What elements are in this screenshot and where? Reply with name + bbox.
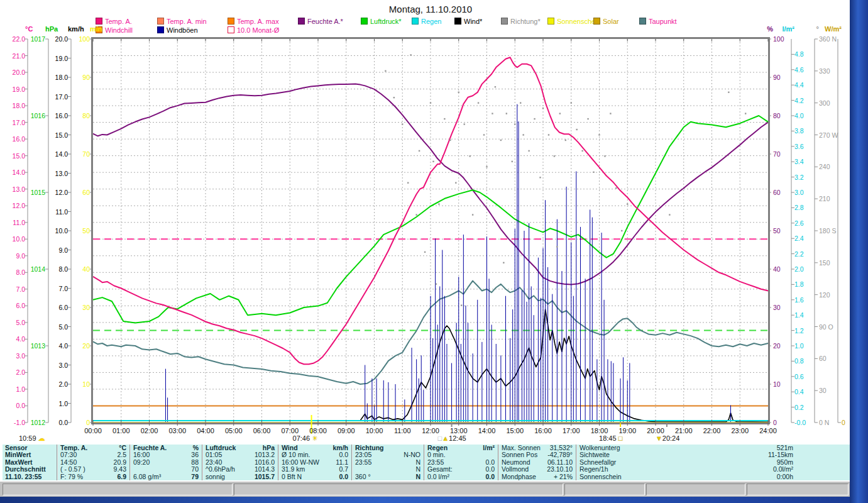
series-richtung-dot [627,203,628,204]
table-cell-label: Sonnenschein [580,473,622,480]
series-richtung-dot [520,102,521,103]
table-row: ^0.6hPa/h1014.3 [203,466,278,473]
time-label-0700: 07:00 [278,427,301,434]
series-richtung-dot [402,123,403,124]
statusbar-segment-1 [234,484,563,495]
statusbar-segment-0 [3,484,233,495]
series-richtung-dot [598,134,600,135]
series-richtung-dot [436,284,437,285]
time-label-1500: 15:00 [503,427,526,434]
table-column-8: Wolkenunterg521mSichtweite11-15kmSchneef… [576,445,850,480]
time-label-2200: 22:00 [701,427,723,434]
series-richtung-dot [495,86,496,87]
series-richtung-dot [745,113,746,114]
table-row: 23:55N [353,459,424,466]
table-row: Durchschnitt [3,466,57,473]
window-edge-right [850,0,868,503]
table-cell-label: 0 Bft N [282,473,302,480]
series-richtung-dot [542,108,544,109]
table-cell-value: 0:00h [777,473,793,480]
table-cell-value: 6.9 [117,473,126,480]
table-column-6: Regenl/m²0 min.23:550.0Gesamt:0.00.0 l/m… [424,445,498,480]
series-richtung-dot [610,113,611,114]
table-cell-value: 0.0l/m² [773,466,793,473]
series-richtung-dot [393,97,395,98]
series-richtung-dot [554,155,555,157]
moonset-label: ▼20:24 [656,434,679,442]
statusbar-segment-4 [747,484,849,495]
series-richtung-dot [604,155,605,157]
series-richtung-dot [455,182,456,184]
series-richtung-dot [512,161,513,162]
table-row: 6.08 g/m³79 [131,473,202,480]
table-column-5: Richtung23:05N-NO23:55NN360 °N [351,445,424,480]
series-richtung-dot [461,304,462,306]
time-label-1200: 12:00 [419,427,442,434]
table-cell-label: sonnig [206,473,225,480]
time-label-0100: 01:00 [110,427,133,434]
table-row: Schneefallgr950m [577,459,796,466]
sunrise-label: 07:46 ☀ [293,434,318,443]
table-row: sonnig1015.7 [203,473,278,480]
table-row: Wolkenunterg521m [577,445,796,451]
table-cell-value: 1014.3 [255,466,275,473]
table-cell-value: 70 [191,466,199,473]
table-row: Regen/1h0.0l/m² [577,466,796,473]
sunset-label: 18:45 □ [599,434,622,442]
series-richtung-dot [621,230,622,231]
table-cell-value: l/m² [483,445,495,451]
series-richtung-dot [483,134,485,135]
time-label-1600: 16:00 [532,427,554,434]
table-row: Mondphase+ 21% [499,473,576,480]
table-column-4: Windkm/hØ 10 min.0.016:00 W-NW11.131.9 k… [278,445,351,480]
series-richtung-dot [449,140,451,141]
daylight-duration-label: 10:59 ☁ [19,434,45,443]
time-label-1800: 18:00 [588,427,611,434]
time-label-2400: 24:00 [757,427,779,434]
table-cell-label: Regen/1h [580,466,608,473]
table-cell-label: Mondphase [502,473,536,480]
table-cell-label: 23:55 [355,459,371,466]
table-cell-label: 31.9 km [282,466,305,473]
time-label-2000: 20:00 [644,427,667,434]
time-label-0500: 05:00 [222,427,245,434]
weather-app-window: Montag, 11.10.2010 Temp. A.Temp. A. minT… [0,0,868,503]
table-cell-value: 0.7 [339,466,348,473]
table-row: ( - 0.57 )9.43 [58,466,129,473]
time-label-1000: 10:00 [363,427,386,434]
table-cell-value: N [415,473,420,480]
table-row: Gesamt:0.0 [425,466,498,473]
series-richtung-dot [430,102,431,103]
table-cell-label: 360 ° [355,473,371,480]
series-richtung-dot [464,123,465,124]
series-richtung-dot [492,113,493,114]
series-richtung-dot [556,246,558,247]
square-icon: □ [618,434,623,442]
series-richtung-dot [565,140,566,141]
series-richtung-dot [410,54,411,55]
table-cell-value: 0.0 [339,473,348,480]
time-label-1100: 11:00 [391,427,414,434]
table-cell-value: 1015.7 [255,473,275,480]
table-row: 360 °N [353,473,424,480]
table-cell-label: 11.10. 23:55 [5,473,41,480]
table-row: 70 [131,466,202,473]
table-cell-label: Durchschnitt [5,466,46,473]
series-richtung-dot [528,150,529,152]
table-cell-value: 0.0 [485,466,495,473]
series-richtung-dot [469,155,470,157]
sensor-summary-table: SensorMinWertMaxWertDurchschnitt11.10. 2… [3,445,850,480]
table-cell-label: ( - 0.57 ) [60,466,85,473]
arrow-up-icon: ▲ [442,434,449,442]
table-row: 31.9 km0.7 [279,466,351,473]
table-cell-value: 79 [191,473,199,480]
series-richtung-dot [424,252,426,253]
table-cell-value: + 21% [554,473,573,480]
series-richtung-dot [458,92,459,93]
series-richtung-dot [514,123,515,124]
table-column-7: Max. Sonnen31,532°Sonnen Pos-42,789°Neum… [498,445,576,480]
time-label-0200: 02:00 [138,427,161,434]
table-column-1: Temp. A.°C07:302.514:5020.9( - 0.57 )9.4… [57,445,129,480]
time-label-1700: 17:00 [560,427,583,434]
series-richtung-dot [571,102,572,103]
